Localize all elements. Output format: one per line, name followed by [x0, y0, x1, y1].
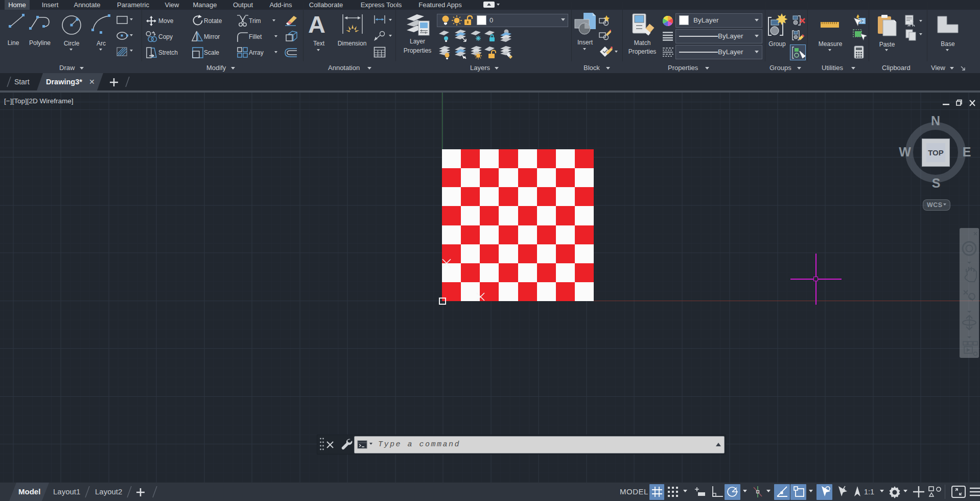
svg-text:N: N: [931, 113, 940, 128]
svg-text:E: E: [963, 145, 971, 159]
svg-text:S: S: [932, 176, 941, 190]
svg-text:W: W: [899, 145, 911, 159]
